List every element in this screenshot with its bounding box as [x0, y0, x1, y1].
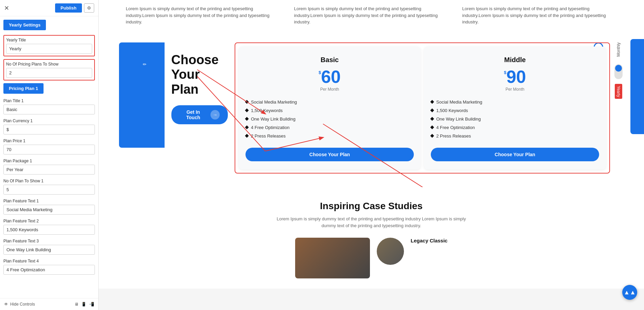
pricing-title: Choose Your Plan: [171, 53, 228, 97]
pricing-title-line2: Your Plan: [171, 67, 228, 97]
get-in-touch-button[interactable]: Get In Touch →: [171, 105, 228, 124]
top-card-2-text: Lorem Ipsum is simply dummy text of the …: [294, 6, 438, 24]
plan-feature4-label: Plan Feature Text 4: [3, 259, 95, 263]
card-period-basic: Per Month: [320, 87, 339, 92]
diamond-icon: [430, 125, 434, 129]
pricing-plan-button[interactable]: Pricing Plan 1: [3, 83, 44, 94]
feature-text: One Way Link Building: [251, 116, 295, 122]
plan-feature3-input[interactable]: [3, 245, 95, 255]
yearly-label-badge[interactable]: Yearly: [615, 84, 622, 99]
plan-package-field-group: Plan Package 1: [3, 159, 95, 175]
plan-feature3-label: Plan Feature Text 3: [3, 239, 95, 243]
pricing-card-basic: Basic $ 60 Per Month Social Media Market…: [239, 47, 421, 169]
no-pricing-plans-field-group: No Of Pricing Plans To Show: [3, 59, 95, 80]
plan-feature4-input[interactable]: [3, 265, 95, 275]
feature-item: 2 Press Releases: [431, 132, 599, 140]
card-features-middle: Social Media Marketing 1,500 Keywords On…: [431, 98, 599, 140]
toggle-switch[interactable]: [614, 64, 623, 79]
card-period-middle: Per Month: [506, 87, 524, 92]
yearly-title-input[interactable]: [6, 44, 92, 54]
case-studies-title: Inspiring Case Studies: [119, 201, 624, 212]
plan-feature1-input[interactable]: [3, 205, 95, 215]
main-canvas: Lorem Ipsum is simply dummy text of the …: [99, 0, 644, 310]
panel-scroll: Yearly Settings Yearly Title No Of Prici…: [0, 16, 98, 298]
feature-text: 2 Press Releases: [251, 133, 286, 139]
toggle-knob: [615, 65, 622, 72]
choose-plan-button-middle[interactable]: Choose Your Plan: [431, 148, 599, 161]
yearly-settings-button[interactable]: Yearly Settings: [3, 20, 46, 30]
pricing-cards-wrapper: Basic $ 60 Per Month Social Media Market…: [235, 42, 610, 174]
top-cards-row: Lorem Ipsum is simply dummy text of the …: [99, 0, 644, 36]
top-card-1: Lorem Ipsum is simply dummy text of the …: [119, 0, 287, 36]
diamond-icon: [245, 117, 249, 121]
tablet-icon[interactable]: 📱: [81, 302, 86, 307]
hide-controls[interactable]: 👁 Hide Controls 🖥 📱 📲: [0, 298, 98, 310]
case-studies-section: Inspiring Case Studies Lorem Ipsum is si…: [99, 187, 644, 289]
plan-price-label: Plan Price 1: [3, 139, 95, 143]
close-button[interactable]: ✕: [4, 4, 9, 12]
diamond-icon: [430, 108, 434, 112]
no-plan-show-input[interactable]: [3, 185, 95, 195]
case-studies-row: Legacy Classic: [119, 238, 624, 278]
pricing-section: ✏ Choose Your Plan Get In Touch →: [99, 36, 644, 187]
monthly-label: Monthly: [616, 42, 621, 57]
diamond-icon: [245, 108, 249, 112]
plan-feature3-field-group: Plan Feature Text 3: [3, 239, 95, 255]
no-pricing-plans-input[interactable]: [6, 68, 92, 78]
yearly-title-field-group: Yearly Title: [3, 35, 95, 56]
diamond-icon: [430, 117, 434, 121]
case-card-info: Legacy Classic: [411, 238, 447, 243]
top-card-3: Lorem Ipsum is simply dummy text of the …: [455, 0, 624, 36]
feature-text: 4 Free Optimization: [251, 125, 289, 130]
pricing-title-line1: Choose: [171, 53, 228, 68]
plan-feature2-label: Plan Feature Text 2: [3, 219, 95, 223]
canvas-inner: Lorem Ipsum is simply dummy text of the …: [99, 0, 644, 289]
plan-feature1-label: Plan Feature Text 1: [3, 199, 95, 203]
plan-price-field-group: Plan Price 1: [3, 139, 95, 154]
plan-title-field-group: Plan Title 1: [3, 98, 95, 114]
settings-button[interactable]: ⚙: [84, 3, 94, 13]
publish-button[interactable]: Publish: [55, 3, 82, 13]
feature-item: Social Media Marketing: [431, 98, 599, 106]
plan-title-input[interactable]: [3, 105, 95, 114]
choose-plan-button-basic[interactable]: Choose Your Plan: [245, 148, 414, 161]
no-plan-show-label: No Of Plan To Show 1: [3, 179, 95, 183]
plan-package-input[interactable]: [3, 165, 95, 175]
card-currency-basic: $: [319, 70, 321, 75]
card-features-basic: Social Media Marketing 1,500 Keywords On…: [245, 98, 414, 140]
arrow-icon: →: [210, 110, 220, 120]
diamond-icon: [245, 100, 249, 104]
card-currency-middle: $: [504, 70, 506, 75]
feature-text: 2 Press Releases: [436, 133, 471, 139]
feature-item: One Way Link Building: [245, 115, 414, 123]
plan-feature1-field-group: Plan Feature Text 1: [3, 199, 95, 215]
no-pricing-plans-label: No Of Pricing Plans To Show: [6, 62, 92, 67]
plan-currency-label: Plan Currency 1: [3, 118, 95, 123]
case-card-2: [377, 238, 404, 265]
pricing-layout: Choose Your Plan Get In Touch →: [119, 42, 624, 174]
feature-item: 4 Free Optimization: [245, 123, 414, 132]
plan-currency-input[interactable]: [3, 125, 95, 134]
eye-icon: 👁: [4, 302, 8, 307]
feature-text: Social Media Marketing: [251, 99, 297, 105]
case-card-1: [295, 238, 370, 278]
mobile-icon[interactable]: 📲: [89, 302, 94, 307]
diamond-icon: [430, 134, 434, 138]
get-in-touch-label: Get In Touch: [180, 109, 207, 120]
edit-circle[interactable]: ✏: [139, 59, 150, 70]
plan-currency-field-group: Plan Currency 1: [3, 118, 95, 134]
right-toggle-bar: Monthly Yearly: [610, 42, 624, 99]
plan-feature2-input[interactable]: [3, 225, 95, 235]
card-price-wrap-basic: $ 60: [319, 68, 341, 86]
pricing-left-area: Choose Your Plan Get In Touch →: [119, 42, 235, 148]
feature-item: 1,500 Keywords: [431, 106, 599, 115]
feature-item: 2 Press Releases: [245, 132, 414, 140]
feature-text: Social Media Marketing: [436, 99, 482, 105]
plan-feature2-field-group: Plan Feature Text 2: [3, 219, 95, 235]
diamond-icon: [245, 125, 249, 129]
monitor-icon[interactable]: 🖥: [74, 302, 79, 307]
blue-bar-right: [630, 39, 644, 134]
plan-price-input[interactable]: [3, 145, 95, 154]
card-price-wrap-middle: $ 90: [504, 68, 526, 86]
scroll-up-button[interactable]: ▲▲: [622, 285, 637, 300]
